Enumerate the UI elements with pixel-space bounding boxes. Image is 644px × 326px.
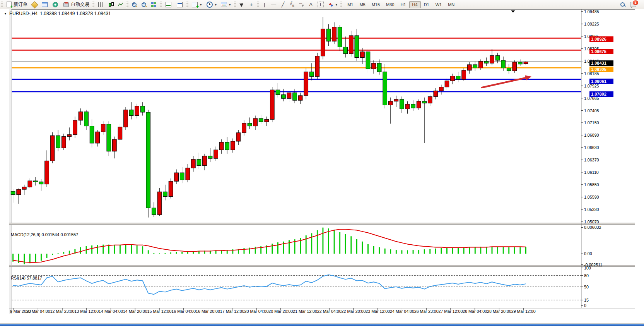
timeframe-button-h4[interactable]: H4: [409, 1, 421, 8]
timeframe-button-mn[interactable]: MN: [445, 1, 458, 8]
data-window-button[interactable]: [50, 0, 61, 9]
new-order-button[interactable]: 新订单: [4, 0, 29, 9]
search-button[interactable]: [618, 0, 628, 9]
svg-text:1.09485: 1.09485: [584, 9, 599, 14]
price-label: 1.08926: [589, 36, 613, 42]
symbol-dropdown-icon[interactable]: ▼: [4, 12, 7, 15]
chart-shift-icon: [177, 2, 183, 7]
new-chart-button[interactable]: ▾: [189, 0, 204, 9]
main-toolbar: 新订单 自动交易 + − ▾ ▾ ▾ + | — ╱ ⫽E ┄F: [0, 0, 644, 9]
candle-body: [163, 192, 167, 196]
timeframe-button-m1[interactable]: M1: [344, 1, 356, 8]
fibonacci-button[interactable]: ┄F: [297, 0, 306, 10]
candle-body: [61, 137, 66, 148]
periods-button[interactable]: ▾: [204, 0, 219, 10]
chart-area[interactable]: 1.094851.092251.089651.087051.084451.081…: [0, 9, 644, 324]
candle-body: [157, 192, 162, 214]
templates-button[interactable]: ▾: [219, 0, 233, 9]
trendline-button[interactable]: ╱: [278, 0, 288, 9]
toolbar-grip[interactable]: [186, 2, 188, 8]
candle-body: [417, 101, 421, 108]
chart-canvas[interactable]: 1.094851.092251.089651.087051.084451.081…: [0, 9, 644, 324]
candle-body: [405, 104, 410, 109]
text-label-button[interactable]: T: [316, 0, 326, 9]
toolbar-grip[interactable]: [234, 2, 236, 8]
zoom-in-button[interactable]: +: [129, 0, 139, 9]
search-icon: [620, 2, 625, 7]
timeframe-button-m5[interactable]: M5: [356, 1, 368, 8]
candle-body: [22, 187, 26, 189]
taskbar-strip: [0, 324, 644, 326]
candle-body: [304, 72, 308, 95]
candle-body: [332, 27, 337, 41]
toolbar-grip[interactable]: [160, 2, 162, 8]
candle-body: [253, 118, 258, 126]
svg-text:1.06630: 1.06630: [584, 145, 599, 150]
candle-body: [28, 181, 32, 187]
candle-body: [17, 189, 21, 195]
candle-body: [276, 90, 280, 94]
toolbar-grip[interactable]: [126, 2, 128, 8]
candle-body: [146, 112, 150, 208]
svg-text:1.06110: 1.06110: [584, 170, 599, 175]
channel-button[interactable]: ⫽E: [288, 0, 297, 10]
candle-body: [191, 160, 195, 168]
price-label: 1.08675: [589, 49, 613, 54]
channel-icon: ⫽E: [290, 0, 295, 9]
candle-body: [366, 52, 370, 69]
bar-chart-button[interactable]: [95, 0, 106, 9]
navigator-button[interactable]: [39, 0, 50, 9]
candle-body: [422, 101, 427, 103]
new-chart-icon: [192, 2, 198, 7]
tile-windows-button[interactable]: [149, 0, 159, 9]
timeframe-button-m15[interactable]: M15: [369, 1, 383, 8]
candle-body: [321, 29, 325, 56]
timeframe-button-m30[interactable]: M30: [383, 1, 397, 8]
candle-body: [282, 94, 286, 98]
candle-body: [524, 62, 528, 64]
date-label: 26 Mar 23:00: [414, 309, 439, 314]
candle-body: [180, 173, 184, 180]
candle-body: [11, 191, 15, 195]
text-button[interactable]: A: [306, 0, 316, 9]
symbol-period-label: EURUSD-,H4: [9, 11, 38, 16]
candle-body: [383, 72, 387, 105]
candle-body: [479, 61, 483, 68]
timeframe-button-h1[interactable]: H1: [398, 1, 409, 8]
toolbar-grip[interactable]: [92, 2, 94, 8]
toolbar-grip[interactable]: [1, 2, 3, 8]
autotrading-button[interactable]: 自动交易: [61, 0, 91, 9]
shapes-button[interactable]: ▾: [326, 0, 340, 9]
timeframe-button-w1[interactable]: W1: [432, 1, 445, 8]
horizontal-line-button[interactable]: —: [269, 0, 278, 9]
candle-body: [501, 60, 506, 68]
crosshair-button[interactable]: +: [247, 1, 256, 9]
candlestick-chart-button[interactable]: [106, 0, 116, 9]
toolbar-grip[interactable]: [257, 2, 259, 8]
candle-body: [107, 124, 111, 151]
timeframe-button-d1[interactable]: D1: [421, 1, 432, 8]
candle-body: [140, 106, 145, 112]
candle-body: [129, 110, 133, 116]
date-label: 24 Mar 04:00: [390, 309, 414, 314]
notifications-button[interactable]: 1: [628, 0, 639, 9]
candle-body: [96, 132, 100, 143]
toolbar-grip[interactable]: [340, 2, 342, 8]
chart-title: ▼ EURUSD-,H4 1.08388 1.08449 1.08378 1.0…: [4, 11, 111, 16]
vertical-line-button[interactable]: |: [260, 0, 269, 9]
market-watch-button[interactable]: [29, 0, 39, 9]
line-chart-button[interactable]: [116, 1, 125, 9]
svg-text:1.09225: 1.09225: [584, 22, 599, 26]
zoom-out-button[interactable]: −: [139, 0, 149, 9]
chart-shift-button[interactable]: [174, 0, 185, 9]
candle-body: [355, 36, 359, 58]
cursor-icon: [239, 2, 244, 7]
svg-text:1.07405: 1.07405: [584, 108, 599, 113]
candle-body: [197, 160, 201, 166]
candle-body: [338, 27, 342, 47]
cursor-button[interactable]: [237, 0, 247, 9]
svg-text:100: 100: [584, 266, 591, 270]
auto-arrange-button[interactable]: [163, 0, 174, 9]
date-label: 22 Mar 04:00: [317, 309, 342, 314]
candle-body: [34, 181, 38, 182]
